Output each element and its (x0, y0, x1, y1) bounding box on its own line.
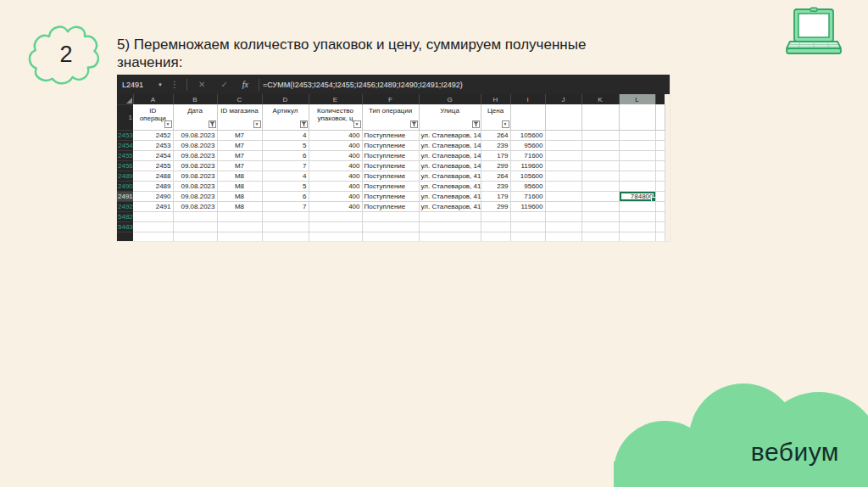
grid-cell[interactable] (481, 221, 510, 232)
grid-cell[interactable] (362, 211, 419, 221)
grid-cell[interactable]: 09.08.2023 (173, 171, 217, 181)
table-header-cell-I[interactable] (510, 104, 545, 130)
grid-cell[interactable] (217, 221, 262, 232)
row-header-2455[interactable]: 2455 (117, 150, 133, 160)
grid-cell[interactable] (309, 211, 362, 221)
grid-cell[interactable] (262, 221, 309, 232)
grid-cell[interactable]: М8 (217, 181, 262, 191)
grid-cell[interactable]: М7 (217, 150, 262, 160)
filter-dropdown-icon[interactable]: ▼ (502, 120, 509, 128)
table-header-cell-E[interactable]: Количествоупаковок, ц▼ (309, 104, 362, 130)
grid-cell[interactable] (545, 150, 581, 160)
grid-cell[interactable] (510, 211, 545, 221)
column-header-A[interactable]: A (133, 94, 173, 104)
grid-cell[interactable] (545, 171, 581, 181)
table-header-cell-J[interactable] (545, 104, 581, 130)
grid-cell[interactable]: 400 (309, 181, 362, 191)
grid-cell[interactable]: 09.08.2023 (173, 191, 217, 201)
grid-cell[interactable]: 2454 (133, 150, 173, 160)
filter-dropdown-icon[interactable]: ▼ (164, 120, 172, 128)
grid-cell[interactable]: ул. Сталеваров, 14 (419, 160, 481, 171)
grid-cell[interactable]: Поступление (362, 160, 419, 171)
grid-cell[interactable]: 119600 (510, 201, 545, 211)
grid-cell[interactable] (545, 191, 581, 201)
grid-cell[interactable]: 09.08.2023 (173, 181, 217, 191)
grid-cell[interactable]: ул. Сталеваров, 14 (419, 130, 481, 140)
column-header-D[interactable]: D (262, 94, 309, 104)
grid-cell[interactable]: 6 (262, 191, 309, 201)
grid-cell[interactable] (619, 140, 655, 150)
grid-cell[interactable] (133, 221, 173, 232)
grid-cell[interactable]: 09.08.2023 (173, 150, 217, 160)
grid-cell[interactable]: ул. Сталеваров, 41 (419, 191, 481, 201)
grid-cell[interactable]: 2453 (133, 140, 173, 150)
grid-cell[interactable]: 2488 (133, 171, 173, 181)
grid-cell[interactable] (581, 221, 619, 232)
grid-cell[interactable]: 71600 (510, 191, 545, 201)
grid-cell[interactable]: М8 (217, 191, 262, 201)
enter-icon[interactable]: ✓ (213, 80, 235, 89)
filter-funnel-icon[interactable] (209, 120, 216, 128)
table-header-cell-B[interactable]: Дата (173, 104, 217, 130)
column-header-L[interactable]: L (619, 94, 655, 104)
grid-cell[interactable] (581, 191, 619, 201)
grid-cell[interactable]: 4 (262, 171, 309, 181)
grid-cell[interactable]: 400 (309, 140, 362, 150)
grid-cell[interactable]: 179 (481, 191, 510, 201)
grid-cell[interactable] (173, 221, 217, 232)
grid-cell[interactable]: 6 (262, 150, 309, 160)
grid-cell[interactable]: Поступление (362, 201, 419, 211)
grid-cell[interactable] (619, 221, 655, 232)
grid-cell[interactable] (133, 211, 173, 221)
table-header-cell-F[interactable]: Тип операции (362, 104, 419, 130)
grid-cell[interactable]: 09.08.2023 (173, 130, 217, 140)
column-header-E[interactable]: E (309, 94, 362, 104)
row-header-2491[interactable]: 2491 (117, 191, 133, 201)
grid-cell[interactable]: М7 (217, 140, 262, 150)
table-header-cell-C[interactable]: ID магазина▼ (217, 104, 262, 130)
grid-cell[interactable]: 2489 (133, 181, 173, 191)
grid-cell[interactable]: Поступление (362, 140, 419, 150)
formula-input[interactable]: =СУММ(I2453;I2454;I2455;I2456;I2489;I249… (263, 81, 463, 89)
select-all-corner[interactable] (117, 94, 133, 104)
grid-cell[interactable] (545, 211, 581, 221)
row-header-2456[interactable]: 2456 (117, 160, 133, 171)
column-header-G[interactable]: G (419, 94, 481, 104)
row-header-1[interactable]: 1 (117, 104, 133, 130)
grid-cell[interactable] (510, 221, 545, 232)
grid-cell[interactable] (419, 221, 481, 232)
filter-funnel-icon[interactable] (300, 120, 308, 128)
row-header-2453[interactable]: 2453 (117, 130, 133, 140)
grid-cell[interactable] (581, 130, 619, 140)
grid-cell[interactable]: М8 (217, 171, 262, 181)
grid-cell[interactable] (619, 160, 655, 171)
grid-cell[interactable]: 5 (262, 181, 309, 191)
column-header-J[interactable]: J (545, 94, 581, 104)
grid-cell[interactable]: 95600 (510, 181, 545, 191)
row-header-2490[interactable]: 2490 (117, 181, 133, 191)
grid-cell[interactable] (619, 201, 655, 211)
filter-dropdown-icon[interactable]: ▼ (353, 120, 361, 128)
grid-cell[interactable] (545, 221, 581, 232)
grid-cell[interactable]: 264 (481, 171, 510, 181)
grid-cell[interactable]: ул. Сталеваров, 41 (419, 181, 481, 191)
column-header-H[interactable]: H (481, 94, 510, 104)
grid-cell[interactable]: Поступление (362, 191, 419, 201)
grid-cell[interactable]: 179 (481, 150, 510, 160)
grid-cell[interactable] (619, 181, 655, 191)
grid-cell[interactable]: 09.08.2023 (173, 140, 217, 150)
table-header-cell-A[interactable]: IDопераци▼ (133, 104, 173, 130)
selected-cell[interactable]: 784800 (619, 191, 655, 201)
grid-cell[interactable]: ул. Сталеваров, 14 (419, 150, 481, 160)
grid-cell[interactable]: 2452 (133, 130, 173, 140)
grid-cell[interactable]: 7 (262, 160, 309, 171)
column-header-K[interactable]: K (581, 94, 619, 104)
grid-cell[interactable] (581, 181, 619, 191)
insert-function-icon[interactable]: fx (236, 80, 255, 89)
grid-cell[interactable]: 7 (262, 201, 309, 211)
row-header-2492[interactable]: 2492 (117, 201, 133, 211)
row-header-5483[interactable]: 5483 (117, 221, 133, 232)
grid-cell[interactable]: 71600 (510, 150, 545, 160)
grid-cell[interactable] (581, 171, 619, 181)
grid-cell[interactable]: М7 (217, 130, 262, 140)
